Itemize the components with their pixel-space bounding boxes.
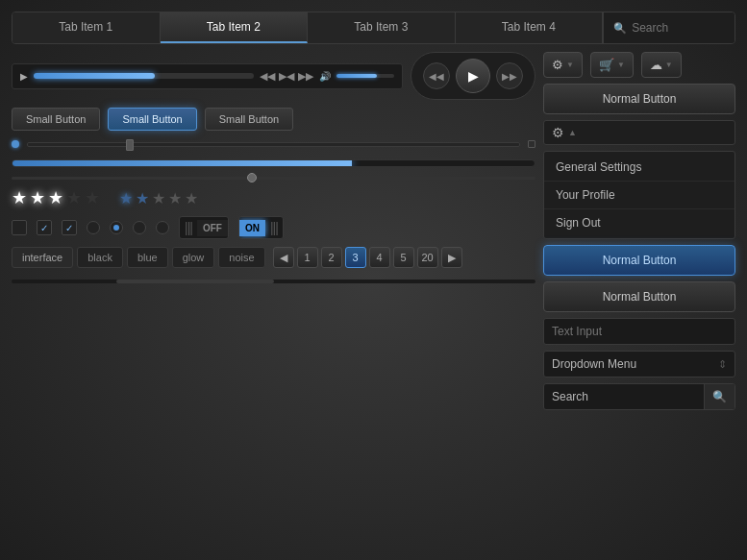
bottom-tab-interface[interactable]: interface — [12, 247, 73, 268]
star-dot-2[interactable]: ★ — [136, 189, 149, 207]
page-4-btn[interactable]: 4 — [369, 247, 390, 268]
star-1-2[interactable]: ★ — [30, 187, 45, 208]
cloud-icon-btn[interactable]: ☁ ▼ — [641, 52, 682, 78]
tab-search-input[interactable] — [632, 21, 725, 35]
bottom-tab-noise[interactable]: noise — [218, 247, 264, 268]
search-small-icon: 🔍 — [613, 22, 627, 35]
progress-track[interactable] — [34, 73, 254, 79]
star-1-5[interactable]: ★ — [85, 187, 100, 208]
rewind-btn[interactable]: ◀◀ — [260, 70, 275, 83]
page-3-btn[interactable]: 3 — [345, 247, 366, 268]
circle-btn-2[interactable] — [156, 221, 169, 234]
dropdown-select[interactable]: Dropdown Menu ⇕ — [543, 351, 735, 377]
star-dot-4[interactable]: ★ — [168, 189, 182, 207]
gear-icon: ⚙ — [552, 58, 563, 72]
dropdown-select-label: Dropdown Menu — [552, 357, 636, 371]
slider-end-box — [528, 140, 535, 148]
gear-dropdown-trigger[interactable]: ⚙ ▲ — [543, 120, 735, 145]
stars-group-2: ★ ★ ★ ★ ★ — [119, 189, 198, 207]
checkbox-2[interactable]: ✓ — [37, 220, 52, 235]
star-dot-3[interactable]: ★ — [152, 189, 165, 207]
scrollbar-track[interactable] — [12, 280, 535, 283]
toggle-lines-left: ||| — [180, 217, 197, 238]
stars-row: ★ ★ ★ ★ ★ ★ ★ ★ ★ ★ — [12, 187, 535, 208]
star-1-4[interactable]: ★ — [66, 187, 82, 208]
small-button-1[interactable]: Small Button — [12, 108, 100, 131]
blue-slider-fill — [12, 160, 352, 166]
page-20-btn[interactable]: 20 — [417, 247, 438, 268]
thin-slider[interactable] — [12, 177, 535, 180]
dropdown-item-signout[interactable]: Sign Out — [544, 209, 735, 236]
toggle-on-label: ON — [239, 220, 265, 236]
slider-row-thin — [12, 177, 535, 180]
page-5-btn[interactable]: 5 — [393, 247, 414, 268]
play-small-icon[interactable]: ▶ — [20, 71, 28, 82]
volume-fill — [336, 74, 377, 78]
tab-bar: Tab Item 1 Tab Item 2 Tab Item 3 Tab Ite… — [12, 12, 735, 44]
tab-item-3[interactable]: Tab Item 3 — [308, 12, 456, 43]
star-dot-5[interactable]: ★ — [185, 189, 198, 207]
slider-thumb-1[interactable] — [126, 139, 134, 151]
stars-group-1: ★ ★ ★ ★ ★ — [12, 187, 100, 208]
slider-row-blue — [12, 158, 535, 169]
toggle-off[interactable]: ||| OFF — [179, 216, 229, 239]
dropdown-item-general[interactable]: General Settings — [544, 154, 735, 182]
bottom-tab-blue[interactable]: blue — [127, 247, 168, 268]
tab-item-1[interactable]: Tab Item 1 — [12, 12, 161, 43]
text-input-field[interactable] — [543, 318, 735, 345]
search-row: 🔍 — [543, 383, 735, 410]
star-1-1[interactable]: ★ — [12, 187, 27, 208]
blue-slider-track[interactable] — [12, 159, 535, 167]
cart-icon-btn[interactable]: 🛒 ▼ — [590, 52, 634, 78]
slider-row-1 — [12, 138, 535, 150]
page-prev-btn[interactable]: ◀ — [273, 247, 294, 268]
page-1-btn[interactable]: 1 — [297, 247, 318, 268]
progress-bar-container: ▶ ◀◀ ▶◀ ▶▶ 🔊 — [12, 63, 403, 89]
bottom-tabs: interface black blue glow noise — [12, 247, 265, 268]
play-circle-btn[interactable]: ▶ — [456, 59, 490, 93]
settings-caret: ▼ — [566, 61, 574, 69]
cloud-caret: ▼ — [665, 61, 673, 69]
bottom-tab-black[interactable]: black — [77, 247, 123, 268]
small-button-3[interactable]: Small Button — [205, 108, 293, 131]
volume-track[interactable] — [336, 74, 394, 78]
play-pause-btn[interactable]: ▶◀ — [279, 70, 294, 83]
tab-item-4[interactable]: Tab Item 4 — [456, 12, 604, 43]
pagination: ◀ 1 2 3 4 5 20 ▶ — [273, 247, 462, 268]
rewind-circle-btn[interactable]: ◀◀ — [423, 62, 450, 89]
media-row: ▶ ◀◀ ▶◀ ▶▶ 🔊 ◀◀ ▶ — [12, 52, 535, 100]
forward-circle-btn[interactable]: ▶▶ — [496, 62, 523, 89]
media-controls: ◀◀ ▶◀ ▶▶ — [260, 70, 313, 83]
page-next-btn[interactable]: ▶ — [441, 247, 462, 268]
tab-search-area: 🔍 — [603, 12, 735, 43]
cart-icon: 🛒 — [599, 58, 614, 72]
toggle-on[interactable]: ON ||| — [238, 216, 284, 239]
normal-button-2[interactable]: Normal Button — [543, 245, 735, 276]
tab-item-2[interactable]: Tab Item 2 — [161, 12, 309, 43]
forward-btn[interactable]: ▶▶ — [298, 70, 313, 83]
radio-1[interactable] — [87, 221, 100, 234]
gear-dropdown-icon: ⚙ — [552, 125, 564, 140]
dropdown-item-profile[interactable]: Your Profile — [544, 182, 735, 209]
normal-button-1[interactable]: Normal Button — [543, 84, 735, 114]
thin-slider-thumb[interactable] — [247, 173, 257, 183]
main-area: ▶ ◀◀ ▶◀ ▶▶ 🔊 ◀◀ ▶ — [12, 52, 735, 410]
search-button[interactable]: 🔍 — [704, 384, 735, 409]
small-button-2[interactable]: Small Button — [108, 108, 196, 131]
toggle-lines-right: ||| — [265, 217, 283, 238]
select-arrows-icon: ⇕ — [718, 358, 727, 371]
slider-dot — [12, 140, 19, 148]
circle-btn-1[interactable] — [133, 221, 146, 234]
cart-caret: ▼ — [617, 61, 625, 69]
checkbox-1[interactable] — [12, 220, 27, 235]
settings-icon-btn[interactable]: ⚙ ▼ — [543, 52, 583, 78]
bottom-tab-glow[interactable]: glow — [172, 247, 215, 268]
star-1-3[interactable]: ★ — [48, 187, 63, 208]
page-2-btn[interactable]: 2 — [321, 247, 342, 268]
star-dot-1[interactable]: ★ — [119, 189, 133, 207]
normal-button-3[interactable]: Normal Button — [543, 281, 735, 312]
radio-2[interactable] — [110, 221, 123, 234]
checkbox-3[interactable]: ✓ — [62, 220, 77, 235]
search-input[interactable] — [544, 384, 704, 409]
slider-track-1[interactable] — [27, 142, 520, 147]
